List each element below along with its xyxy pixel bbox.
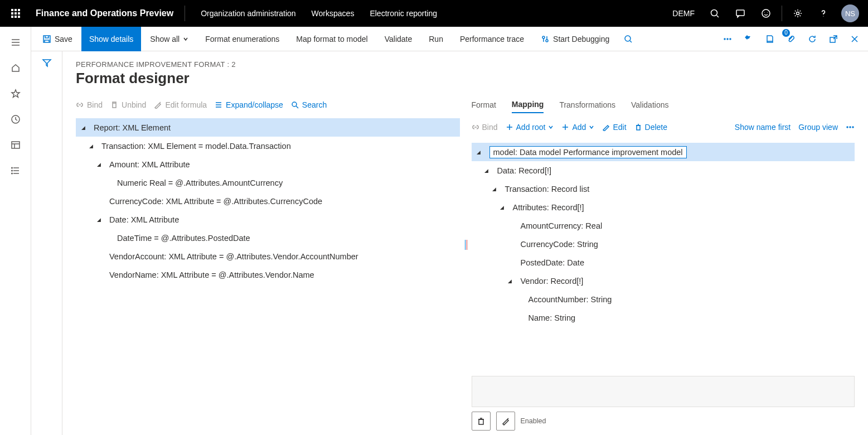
- save-button[interactable]: Save: [35, 27, 80, 51]
- expand-collapse-button[interactable]: Expand/collapse: [215, 100, 283, 109]
- delete-icon-button[interactable]: [472, 412, 491, 431]
- more-icon[interactable]: [717, 27, 738, 51]
- expand-toggle-icon[interactable]: ◢: [497, 205, 507, 210]
- tree-row[interactable]: ◢Transaction: XML Element = model.Data.T…: [76, 137, 460, 155]
- tree-row[interactable]: ◢VendorAccount: XML Attribute = @.Attrib…: [76, 247, 460, 265]
- tree-node-label: DateTime = @.Attributes.PostedDate: [117, 234, 250, 243]
- popout-icon[interactable]: [823, 27, 843, 51]
- tree-row[interactable]: ◢DateTime = @.Attributes.PostedDate: [76, 229, 460, 247]
- tab-mapping[interactable]: Mapping: [512, 96, 544, 113]
- tree-search-button[interactable]: Search: [291, 100, 327, 109]
- svg-point-25: [850, 127, 851, 128]
- tab-format[interactable]: Format: [472, 97, 496, 113]
- add-button[interactable]: Add: [561, 123, 594, 132]
- hamburger-icon[interactable]: [4, 31, 27, 54]
- tab-validations[interactable]: Validations: [631, 97, 668, 113]
- user-avatar[interactable]: NS: [841, 4, 859, 22]
- validate-label: Validate: [385, 35, 413, 44]
- more-icon[interactable]: [846, 123, 855, 132]
- validate-button[interactable]: Validate: [377, 27, 420, 51]
- expand-toggle-icon[interactable]: ◢: [482, 168, 492, 173]
- tree-row[interactable]: ◢Numeric Real = @.Attributes.AmountCurre…: [76, 173, 460, 192]
- map-format-label: Map format to model: [296, 35, 367, 44]
- group-view-button[interactable]: Group view: [798, 123, 838, 132]
- tree-node-label: Date: XML Attribute: [109, 215, 179, 224]
- tree-row[interactable]: ◢AccountNumber: String: [472, 290, 855, 308]
- star-icon[interactable]: [4, 83, 27, 105]
- show-details-button[interactable]: Show details: [81, 27, 141, 51]
- edit-icon-button[interactable]: [496, 412, 515, 431]
- tree-row[interactable]: ◢CurrencyCode: XML Attribute = @.Attribu…: [76, 192, 460, 210]
- save-label: Save: [55, 35, 72, 44]
- tree-row[interactable]: ◢Report: XML Element: [76, 118, 460, 137]
- list-icon[interactable]: [4, 160, 27, 182]
- bind-button[interactable]: Bind: [472, 123, 498, 132]
- tree-row[interactable]: ◢Transaction: Record list: [472, 180, 855, 198]
- chat-icon[interactable]: [728, 0, 753, 27]
- delete-button[interactable]: Delete: [634, 123, 667, 132]
- right-tabs: Format Mapping Transformations Validatio…: [472, 95, 855, 115]
- tree-node-label: Attributes: Record[!]: [513, 203, 584, 212]
- breadcrumb-item[interactable]: Workspaces: [312, 9, 355, 18]
- tree-row[interactable]: ◢Attributes: Record[!]: [472, 198, 855, 216]
- svg-rect-1: [736, 10, 744, 16]
- expand-toggle-icon[interactable]: ◢: [94, 162, 104, 167]
- tree-row[interactable]: ◢Vendor: Record[!]: [472, 272, 855, 290]
- tree-row[interactable]: ◢VendorName: XML Attribute = @.Attribute…: [76, 265, 460, 284]
- resize-handle[interactable]: [465, 240, 468, 250]
- tree-row[interactable]: ◢PostedDate: Date: [472, 253, 855, 272]
- close-icon[interactable]: [845, 27, 865, 51]
- start-debug-button[interactable]: Start Debugging: [533, 27, 617, 51]
- show-name-first-button[interactable]: Show name first: [735, 123, 791, 132]
- tree-row[interactable]: ◢AmountCurrency: Real: [472, 216, 855, 235]
- breadcrumb-item[interactable]: Electronic reporting: [370, 9, 437, 18]
- attach-icon[interactable]: 0: [781, 27, 801, 51]
- tree-row[interactable]: ◢Amount: XML Attribute: [76, 155, 460, 173]
- breadcrumb-item[interactable]: Organization administration: [201, 9, 295, 18]
- perf-trace-button[interactable]: Performance trace: [452, 27, 532, 51]
- search-command-icon[interactable]: [618, 27, 638, 51]
- unbind-button[interactable]: Unbind: [110, 100, 146, 109]
- filter-icon[interactable]: [42, 58, 52, 435]
- edit-button[interactable]: Edit: [602, 123, 626, 132]
- format-enum-button[interactable]: Format enumerations: [197, 27, 287, 51]
- mapping-tree[interactable]: ◢model: Data model Performance improveme…: [472, 143, 855, 371]
- pin-icon[interactable]: [739, 27, 759, 51]
- gear-icon[interactable]: [785, 0, 810, 27]
- search-icon[interactable]: [702, 0, 727, 27]
- tree-node-label: Vendor: Record[!]: [521, 277, 584, 286]
- clock-icon[interactable]: [4, 108, 27, 130]
- home-icon[interactable]: [4, 57, 27, 79]
- tree-row[interactable]: ◢Data: Record[!]: [472, 161, 855, 180]
- expand-toggle-icon[interactable]: ◢: [505, 278, 515, 284]
- expand-toggle-icon[interactable]: ◢: [78, 125, 88, 130]
- book-icon[interactable]: [760, 27, 780, 51]
- expand-toggle-icon[interactable]: ◢: [474, 149, 484, 155]
- run-button[interactable]: Run: [421, 27, 451, 51]
- divider: [185, 6, 185, 21]
- edit-formula-button[interactable]: Edit formula: [154, 100, 207, 109]
- help-icon[interactable]: [811, 0, 836, 27]
- show-all-button[interactable]: Show all: [142, 27, 196, 51]
- expand-toggle-icon[interactable]: ◢: [86, 143, 96, 149]
- tree-row[interactable]: ◢Date: XML Attribute: [76, 210, 460, 229]
- tab-transformations[interactable]: Transformations: [559, 97, 615, 113]
- breadcrumb: Organization administration Workspaces E…: [187, 9, 437, 18]
- bind-button[interactable]: Bind: [76, 100, 103, 109]
- svg-point-18: [730, 38, 731, 40]
- add-root-button[interactable]: Add root: [506, 123, 554, 132]
- smiley-icon[interactable]: [754, 0, 778, 27]
- company-label[interactable]: DEMF: [666, 9, 701, 18]
- workspace-icon[interactable]: [4, 134, 27, 156]
- enabled-label: Enabled: [521, 417, 546, 425]
- tree-row[interactable]: ◢model: Data model Performance improveme…: [472, 143, 855, 161]
- refresh-icon[interactable]: [802, 27, 822, 51]
- tree-node-label: Report: XML Element: [94, 123, 171, 132]
- tree-row[interactable]: ◢CurrencyCode: String: [472, 235, 855, 253]
- expand-toggle-icon[interactable]: ◢: [489, 186, 500, 192]
- expand-toggle-icon[interactable]: ◢: [94, 217, 104, 223]
- app-launcher[interactable]: [0, 0, 31, 27]
- tree-row[interactable]: ◢Name: String: [472, 308, 855, 327]
- map-format-button[interactable]: Map format to model: [288, 27, 375, 51]
- format-tree[interactable]: ◢Report: XML Element◢Transaction: XML El…: [76, 118, 460, 435]
